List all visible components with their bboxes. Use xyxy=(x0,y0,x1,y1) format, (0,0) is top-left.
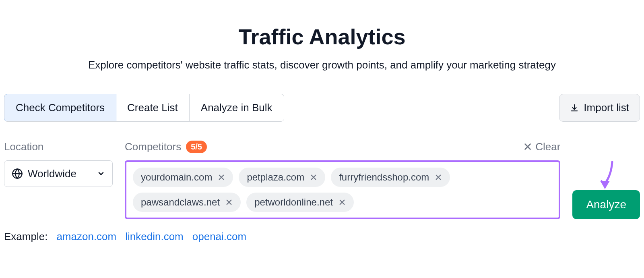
clear-button[interactable]: Clear xyxy=(523,141,560,153)
competitor-chip: petplaza.com xyxy=(239,168,325,187)
page-title: Traffic Analytics xyxy=(4,24,640,49)
competitor-chip: pawsandclaws.net xyxy=(133,193,241,212)
chip-label: yourdomain.com xyxy=(141,172,212,183)
example-link[interactable]: amazon.com xyxy=(56,230,116,243)
remove-chip-icon[interactable] xyxy=(435,174,442,181)
chip-label: pawsandclaws.net xyxy=(141,197,220,208)
chevron-down-icon xyxy=(97,170,105,178)
location-select[interactable]: Worldwide xyxy=(4,160,113,187)
remove-chip-icon[interactable] xyxy=(225,199,233,206)
close-icon xyxy=(523,142,532,151)
remove-chip-icon[interactable] xyxy=(218,174,225,181)
globe-icon xyxy=(12,168,23,179)
remove-chip-icon[interactable] xyxy=(339,199,346,206)
example-row: Example: amazon.com linkedin.com openai.… xyxy=(4,230,640,243)
chip-label: petworldonline.net xyxy=(254,197,333,208)
page-subtitle: Explore competitors' website traffic sta… xyxy=(4,59,640,71)
import-list-button[interactable]: Import list xyxy=(559,94,640,122)
competitors-column: Competitors 5/5 Clear yourdomain.com pet… xyxy=(125,139,560,219)
top-controls-row: Check Competitors Create List Analyze in… xyxy=(4,94,640,122)
example-label: Example: xyxy=(4,230,47,243)
location-value: Worldwide xyxy=(28,168,76,180)
competitors-count-badge: 5/5 xyxy=(186,141,207,153)
download-icon xyxy=(570,104,579,112)
tab-check-competitors[interactable]: Check Competitors xyxy=(4,94,116,122)
tab-group: Check Competitors Create List Analyze in… xyxy=(4,94,284,122)
clear-label: Clear xyxy=(535,141,560,153)
form-row: Location Worldwide Competitors 5/5 xyxy=(4,139,640,219)
competitor-chip: furryfriendsshop.com xyxy=(331,168,450,187)
import-list-label: Import list xyxy=(584,102,629,114)
competitors-label: Competitors xyxy=(125,141,181,153)
chip-label: petplaza.com xyxy=(247,172,304,183)
svg-marker-13 xyxy=(600,181,610,189)
analyze-button[interactable]: Analyze xyxy=(572,190,640,219)
tab-analyze-bulk[interactable]: Analyze in Bulk xyxy=(190,94,284,121)
remove-chip-icon[interactable] xyxy=(310,174,317,181)
competitors-input[interactable]: yourdomain.com petplaza.com furryfriends… xyxy=(125,160,560,219)
example-link[interactable]: linkedin.com xyxy=(125,230,184,243)
location-column: Location Worldwide xyxy=(4,139,113,187)
example-link[interactable]: openai.com xyxy=(192,230,246,243)
chip-label: furryfriendsshop.com xyxy=(339,172,429,183)
arrow-annotation-icon xyxy=(596,160,616,192)
location-label: Location xyxy=(4,141,43,153)
analyze-column: Analyze xyxy=(572,190,640,219)
competitor-chip: petworldonline.net xyxy=(246,193,354,212)
competitor-chip: yourdomain.com xyxy=(133,168,233,187)
tab-create-list[interactable]: Create List xyxy=(116,94,190,121)
